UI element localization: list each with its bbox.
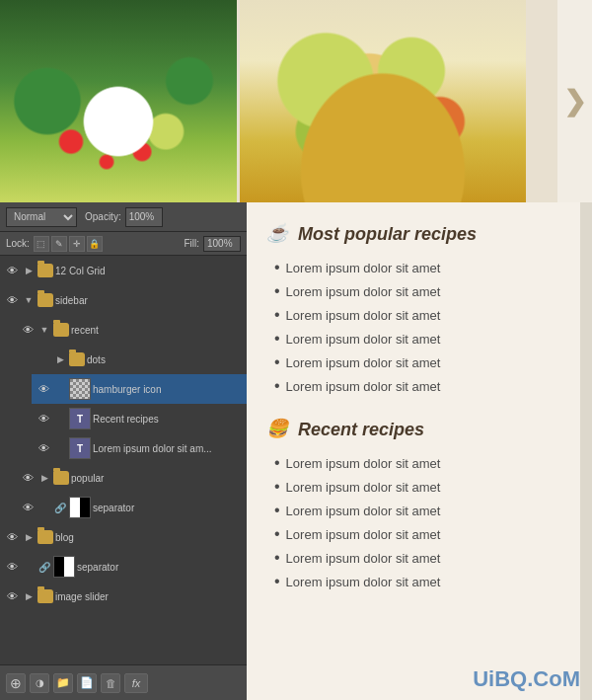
layer-thumbnail: T bbox=[69, 408, 91, 429]
watermark: UiBQ.CoM bbox=[473, 666, 580, 692]
layer-row[interactable]: 👁 ▶ popular bbox=[16, 463, 247, 493]
collapse-arrow-icon[interactable]: ▶ bbox=[37, 471, 51, 485]
collapse-arrow-icon[interactable]: ▼ bbox=[22, 293, 36, 307]
spacer-icon bbox=[37, 501, 51, 514]
layer-name: blog bbox=[55, 532, 243, 543]
most-popular-section-title: ☕ Most popular recipes bbox=[266, 222, 572, 246]
eye-icon[interactable]: 👁 bbox=[20, 470, 36, 486]
fx-button[interactable]: fx bbox=[124, 673, 148, 693]
eye-icon[interactable]: 👁 bbox=[36, 411, 51, 427]
blend-mode-select[interactable]: Normal bbox=[6, 207, 77, 227]
eye-icon[interactable]: 👁 bbox=[4, 263, 20, 278]
bottom-section: Normal Opacity: Lock: ⬚ ✎ ✛ 🔒 Fill: 👁 ▶ bbox=[0, 202, 592, 700]
list-item: Lorem ipsum dolor sit amet bbox=[274, 374, 572, 398]
lock-pixels-button[interactable]: ⬚ bbox=[34, 236, 49, 252]
folder-icon bbox=[37, 589, 53, 603]
collapse-arrow-icon[interactable]: ▼ bbox=[37, 323, 51, 337]
lock-all-button[interactable]: 🔒 bbox=[87, 236, 103, 252]
eye-icon[interactable]: 👁 bbox=[4, 559, 20, 575]
layer-thumbnail bbox=[53, 556, 75, 578]
list-item: Lorem ipsum dolor sit amet bbox=[274, 546, 572, 570]
layer-name: recent bbox=[71, 325, 243, 336]
coffee-icon: ☕ bbox=[266, 222, 290, 246]
content-area: ☕ Most popular recipes Lorem ipsum dolor… bbox=[247, 202, 592, 700]
delete-layer-button[interactable]: 🗑 bbox=[101, 673, 120, 693]
layer-name: separator bbox=[77, 562, 243, 573]
new-group-button[interactable]: 📁 bbox=[53, 673, 73, 693]
collapse-arrow-icon[interactable]: ▶ bbox=[22, 530, 36, 544]
list-item: Lorem ipsum dolor sit amet bbox=[274, 522, 572, 546]
spacer-icon bbox=[53, 412, 67, 426]
eye-icon[interactable]: 👁 bbox=[4, 292, 20, 308]
link-icon: 🔗 bbox=[38, 562, 50, 573]
add-style-button[interactable]: ⊕ bbox=[6, 673, 26, 693]
layer-name: Recent recipes bbox=[93, 414, 243, 425]
image-slider: ❯ bbox=[0, 0, 592, 202]
layer-row[interactable]: 👁 ▶ blog bbox=[0, 522, 247, 552]
layer-name: dots bbox=[87, 354, 243, 365]
link-icon: 🔗 bbox=[54, 503, 66, 513]
layer-row[interactable]: 👁 T Recent recipes bbox=[32, 404, 247, 433]
list-item: Lorem ipsum dolor sit amet bbox=[274, 451, 572, 475]
adjustment-layer-button[interactable]: ◑ bbox=[30, 673, 49, 693]
lock-move-button[interactable]: ✛ bbox=[69, 236, 85, 252]
fill-label: Fill: bbox=[184, 238, 199, 249]
layer-name: sidebar bbox=[55, 295, 243, 306]
lock-label: Lock: bbox=[6, 238, 30, 249]
layer-name: image slider bbox=[55, 591, 243, 602]
spacer-icon bbox=[53, 441, 67, 455]
collapse-arrow-icon[interactable]: ▶ bbox=[53, 352, 67, 366]
folder-icon bbox=[37, 264, 53, 277]
most-popular-list: Lorem ipsum dolor sit amet Lorem ipsum d… bbox=[266, 256, 572, 398]
layer-name: popular bbox=[71, 473, 243, 484]
new-layer-button[interactable]: 📄 bbox=[77, 673, 97, 693]
layer-row[interactable]: 👁 ▶ 12 Col Grid bbox=[0, 256, 247, 285]
folder-icon bbox=[69, 352, 85, 366]
recent-recipes-section-title: 🍔 Recent recipes bbox=[266, 418, 572, 441]
burger-icon: 🍔 bbox=[266, 418, 290, 441]
eye-icon[interactable]: 👁 bbox=[4, 588, 20, 604]
eye-icon[interactable]: 👁 bbox=[36, 381, 51, 397]
list-item: Lorem ipsum dolor sit amet bbox=[274, 350, 572, 374]
layer-row[interactable]: 👁 ▼ recent bbox=[16, 315, 247, 345]
layer-row[interactable]: 👁 T Lorem ipsum dolor sit am... bbox=[32, 433, 247, 463]
eye-icon[interactable]: 👁 bbox=[20, 322, 36, 338]
folder-icon bbox=[53, 323, 69, 337]
eye-icon[interactable]: 👁 bbox=[20, 500, 36, 515]
layer-row[interactable]: 👁 🔗 separator bbox=[0, 552, 247, 582]
layer-row[interactable]: 👁 ▶ dots bbox=[32, 345, 247, 374]
layers-list: 👁 ▶ 12 Col Grid 👁 ▼ sidebar 👁 ▼ recent bbox=[0, 256, 247, 664]
layers-toolbar-blend: Normal Opacity: bbox=[0, 202, 247, 232]
recent-recipes-list: Lorem ipsum dolor sit amet Lorem ipsum d… bbox=[266, 451, 572, 593]
fill-input[interactable] bbox=[203, 236, 241, 252]
spacer-icon bbox=[22, 560, 36, 574]
right-scrollbar[interactable] bbox=[580, 202, 592, 700]
eye-icon[interactable]: 👁 bbox=[36, 440, 51, 456]
folder-icon bbox=[37, 293, 53, 307]
collapse-arrow-icon[interactable]: ▶ bbox=[22, 589, 36, 603]
next-slide-button[interactable]: ❯ bbox=[557, 0, 592, 202]
layer-name: separator bbox=[93, 503, 243, 513]
eye-icon[interactable]: 👁 bbox=[4, 529, 20, 545]
layer-thumbnail bbox=[69, 378, 91, 400]
layer-row[interactable]: 👁 ▶ image slider bbox=[0, 582, 247, 611]
collapse-arrow-icon[interactable]: ▶ bbox=[22, 264, 36, 277]
slider-image-left bbox=[0, 0, 237, 202]
lock-icons: ⬚ ✎ ✛ 🔒 bbox=[34, 236, 103, 252]
list-item: Lorem ipsum dolor sit amet bbox=[274, 327, 572, 350]
list-item: Lorem ipsum dolor sit amet bbox=[274, 499, 572, 522]
list-item: Lorem ipsum dolor sit amet bbox=[274, 279, 572, 303]
list-item: Lorem ipsum dolor sit amet bbox=[274, 256, 572, 279]
layer-row[interactable]: 👁 🔗 separator bbox=[16, 493, 247, 522]
layer-thumbnail bbox=[69, 497, 91, 518]
lock-position-button[interactable]: ✎ bbox=[51, 236, 67, 252]
layer-row-hamburger[interactable]: 👁 hamburger icon bbox=[32, 374, 247, 404]
layers-toolbar-lock: Lock: ⬚ ✎ ✛ 🔒 Fill: bbox=[0, 232, 247, 256]
opacity-label: Opacity: bbox=[85, 211, 121, 222]
slider-image-right bbox=[240, 0, 526, 202]
layer-row[interactable]: 👁 ▼ sidebar bbox=[0, 285, 247, 315]
list-item: Lorem ipsum dolor sit amet bbox=[274, 475, 572, 499]
chevron-right-icon: ❯ bbox=[563, 85, 586, 117]
layer-name: hamburger icon bbox=[93, 384, 243, 395]
opacity-input[interactable] bbox=[125, 207, 163, 227]
